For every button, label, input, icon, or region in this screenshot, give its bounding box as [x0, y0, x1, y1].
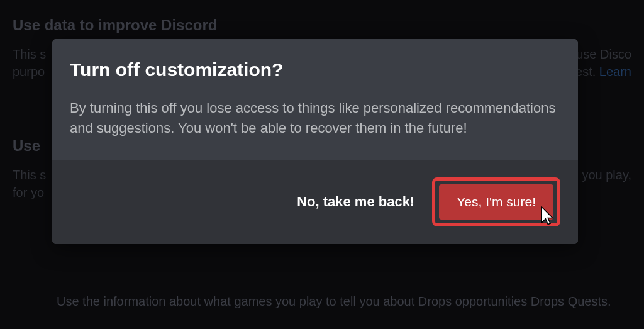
confirm-button[interactable]: Yes, I'm sure! — [439, 184, 553, 220]
modal-backdrop: Turn off customization? By turning this … — [0, 0, 644, 329]
cancel-button[interactable]: No, take me back! — [291, 186, 421, 218]
confirmation-modal: Turn off customization? By turning this … — [52, 39, 578, 244]
modal-description: By turning this off you lose access to t… — [70, 98, 560, 138]
modal-footer: No, take me back! Yes, I'm sure! — [52, 160, 578, 244]
confirm-button-highlight: Yes, I'm sure! — [432, 177, 560, 226]
modal-body: Turn off customization? By turning this … — [52, 39, 578, 160]
modal-title: Turn off customization? — [70, 59, 560, 81]
